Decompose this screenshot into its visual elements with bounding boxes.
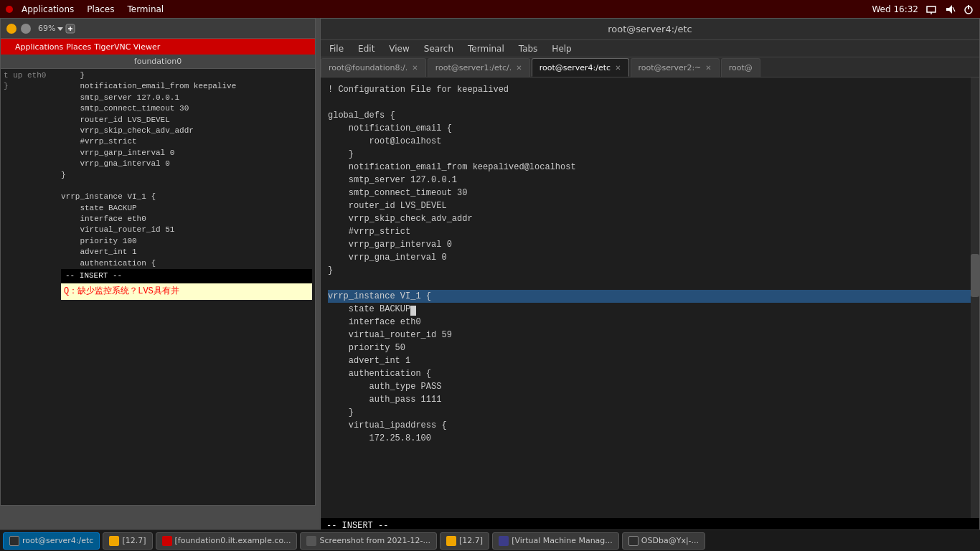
scrollbar-thumb[interactable] — [971, 254, 979, 297]
term-line-7: notification_email_from keepalived@local… — [328, 161, 972, 174]
svg-rect-0 — [927, 6, 936, 12]
term-line-10: router_id LVS_DEVEL — [328, 199, 972, 212]
tab-foundation8[interactable]: root@foundation8:/. ✕ — [321, 58, 426, 77]
term-line-4: notification_email { — [328, 122, 972, 135]
applications-menu[interactable]: Applications — [16, 3, 80, 16]
tab-server1[interactable]: root@server1:/etc/. ✕ — [428, 58, 530, 77]
vnc-line-12: vrrp_instance VI_1 { — [61, 192, 312, 202]
term-line-6: } — [328, 148, 972, 161]
vnc-places-label[interactable]: Places — [66, 42, 91, 52]
taskbar-osdb-label: OSDba@Yx|-... — [641, 536, 699, 545]
taskbar-screenshot-label: Screenshot from 2021-12-... — [319, 536, 430, 545]
tabs-menu[interactable]: Tabs — [516, 42, 541, 55]
vnc-left-labels: t up eth0 } — [1, 69, 58, 491]
taskbar-foundation-label: [foundation0.ilt.example.co... — [175, 536, 291, 545]
taskbar-item-screenshot[interactable]: Screenshot from 2021-12-... — [300, 532, 437, 550]
terminal-menu[interactable]: Terminal — [121, 3, 169, 16]
vnc-line-14: interface eth0 — [61, 214, 312, 225]
term-line-12: #vrrp_strict — [328, 225, 972, 238]
tab-server4[interactable]: root@server4:/etc ✕ — [532, 58, 629, 77]
vnc-chinese-text: Q：缺少监控系统？LVS具有并 — [61, 283, 312, 300]
tab-server1-label: root@server1:/etc/. — [435, 63, 512, 72]
term-line-14: vrrp_gna_interval 0 — [328, 251, 972, 264]
tab-server2-close[interactable]: ✕ — [705, 64, 711, 72]
terminal-menu-item[interactable]: Terminal — [465, 42, 507, 55]
svg-marker-2 — [946, 5, 952, 14]
term-line-1: ! Configuration File for keepalived — [328, 83, 972, 96]
term-line-15: } — [328, 264, 972, 277]
tab-server1-close[interactable]: ✕ — [516, 64, 522, 72]
taskbar-item-127b[interactable]: [12.7] — [440, 532, 489, 550]
taskbar-item-server4[interactable]: root@server4:/etc — [3, 532, 100, 550]
zoom-plus-icon[interactable] — [65, 24, 75, 34]
tab-server4-label: root@server4:/etc — [540, 63, 611, 72]
zoom-dropdown-icon — [57, 25, 64, 32]
vnc-maximize-button[interactable] — [21, 24, 31, 34]
tab-foundation8-close[interactable]: ✕ — [412, 64, 418, 72]
svg-marker-6 — [57, 27, 63, 31]
term-line-8: smtp_server 127.0.0.1 — [328, 174, 972, 187]
red-dot-icon — [6, 6, 13, 13]
taskbar-vm-icon — [499, 536, 509, 546]
term-line-16 — [328, 277, 972, 290]
vnc-line-4: smtp_connect_timeout 30 — [61, 103, 312, 114]
vnc-zoom-control: 69% — [38, 24, 75, 34]
term-line-26: } — [328, 406, 972, 419]
main-menubar: File Edit View Search Terminal Tabs Help — [321, 40, 979, 57]
taskbar-127b-label: [12.7] — [459, 536, 483, 545]
terminal-content: ! Configuration File for keepalived glob… — [321, 77, 979, 518]
system-bar: Applications Places Terminal Wed 16:32 — [0, 0, 980, 18]
edit-menu[interactable]: Edit — [355, 42, 377, 55]
taskbar-terminal-icon — [9, 536, 19, 546]
system-bar-right: Wed 16:32 — [872, 4, 974, 15]
system-bar-left: Applications Places Terminal — [6, 3, 169, 16]
vnc-line-13: state BACKUP — [61, 203, 312, 214]
vnc-line-8: vrrp_garp_interval 0 — [61, 148, 312, 159]
places-menu[interactable]: Places — [81, 3, 120, 16]
file-menu[interactable]: File — [326, 42, 347, 55]
vnc-line-16: priority 100 — [61, 236, 312, 247]
tab-server2[interactable]: root@server2:~ ✕ — [631, 58, 720, 77]
vnc-line-3: smtp_server 127.0.0.1 — [61, 93, 312, 103]
vnc-minimize-button[interactable] — [6, 24, 17, 34]
term-line-27: virtual_ipaddress { — [328, 419, 972, 432]
taskbar-camera-icon — [306, 536, 316, 546]
term-line-17: vrrp_instance VI_1 { — [328, 290, 972, 303]
term-line-21: priority 50 — [328, 342, 972, 354]
taskbar-folder-icon-1 — [109, 536, 119, 546]
vnc-line-9: vrrp_gna_interval 0 — [61, 159, 312, 169]
vnc-apps-label[interactable]: Applications — [15, 42, 63, 52]
main-titlebar: root@server4:/etc — [321, 19, 979, 40]
vnc-line-1: } — [61, 70, 312, 81]
taskbar-item-vm[interactable]: [Virtual Machine Manag... — [492, 532, 619, 550]
term-line-25: auth_pass 1111 — [328, 393, 972, 406]
tab-server4-close[interactable]: ✕ — [615, 64, 621, 72]
tab-root[interactable]: root@ — [721, 58, 760, 77]
taskbar-server4-label: root@server4:/etc — [22, 536, 93, 545]
term-line-9: smtp_connect_timeout 30 — [328, 187, 972, 199]
search-menu[interactable]: Search — [421, 42, 456, 55]
taskbar-item-osdb[interactable]: OSDba@Yx|-... — [622, 532, 705, 550]
taskbar-vnc-icon — [162, 536, 172, 546]
desktop: 69% Applications Places TigerVNC Viewer … — [0, 18, 980, 551]
datetime-label: Wed 16:32 — [872, 4, 918, 14]
term-line-13: vrrp_garp_interval 0 — [328, 238, 972, 251]
vnc-inner-bar: Applications Places TigerVNC Viewer — [1, 39, 315, 55]
vnc-line-7: #vrrp_strict — [61, 136, 312, 147]
vnc-line-11 — [61, 181, 312, 192]
vnc-zoom-label: 69% — [38, 24, 55, 33]
taskbar-vm-label: [Virtual Machine Manag... — [512, 536, 613, 545]
taskbar-item-foundation[interactable]: [foundation0.ilt.example.co... — [156, 532, 298, 550]
taskbar-folder-icon-2 — [446, 536, 456, 546]
tab-bar: root@foundation8:/. ✕ root@server1:/etc/… — [321, 57, 979, 77]
view-menu[interactable]: View — [386, 42, 412, 55]
vnc-viewer-label[interactable]: TigerVNC Viewer — [94, 42, 160, 52]
term-line-22: advert_int 1 — [328, 354, 972, 367]
vnc-line-2: notification_email_from keepalive — [61, 81, 312, 92]
help-menu[interactable]: Help — [549, 42, 574, 55]
tab-foundation8-label: root@foundation8:/. — [329, 63, 407, 72]
taskbar-item-127[interactable]: [12.7] — [103, 532, 152, 550]
vnc-line-10: } — [61, 170, 312, 181]
vnc-line-5: router_id LVS_DEVEL — [61, 115, 312, 126]
power-icon — [963, 4, 974, 15]
